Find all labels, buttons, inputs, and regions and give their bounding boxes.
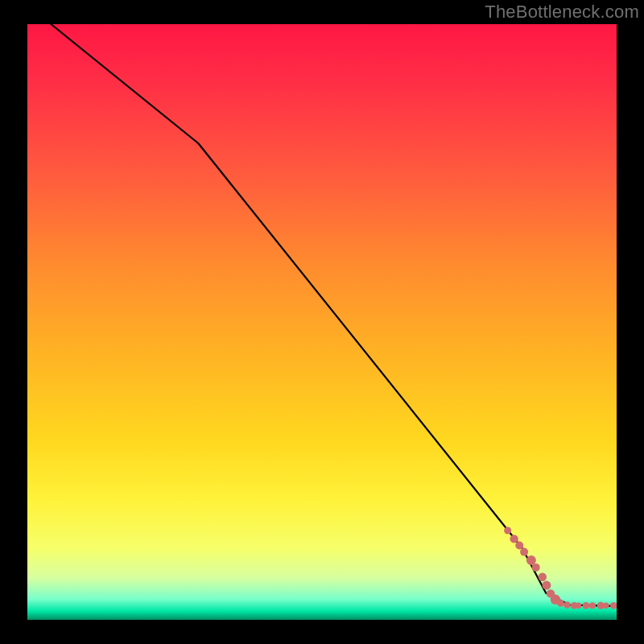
data-marker	[542, 581, 551, 590]
data-marker	[589, 602, 596, 609]
data-marker	[539, 573, 547, 581]
data-marker	[610, 602, 617, 609]
bottleneck-curve	[51, 24, 617, 606]
data-marker	[520, 548, 528, 556]
data-marker	[583, 602, 590, 609]
data-marker	[557, 600, 564, 607]
watermark-text: TheBottleneck.com	[485, 2, 639, 23]
marker-group	[504, 527, 617, 609]
data-marker	[603, 602, 609, 609]
data-marker	[504, 527, 511, 535]
data-marker	[576, 602, 582, 609]
data-marker	[564, 601, 571, 609]
data-marker	[532, 564, 540, 572]
data-marker	[515, 542, 523, 550]
chart-overlay	[27, 24, 617, 620]
data-marker	[510, 535, 518, 543]
plot-area	[27, 24, 617, 620]
